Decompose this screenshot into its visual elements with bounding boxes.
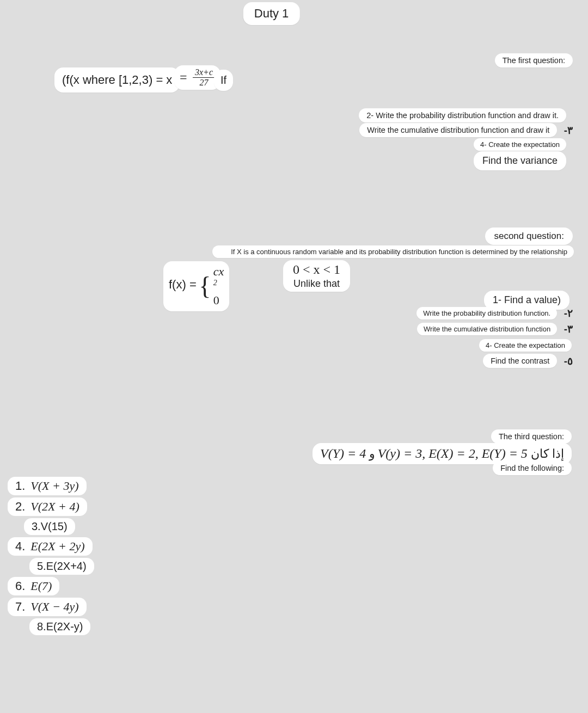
q1-if: If xyxy=(214,70,233,91)
q1-formula-den: 27 xyxy=(193,78,215,88)
q3-item-1: 1.V(X + 3y) xyxy=(8,477,87,495)
q2-item5-text: Find the contrast xyxy=(483,354,557,368)
q1-item3-text: Write the cumulative distribution functi… xyxy=(359,123,557,137)
q1-formula-lhs: (f(x where [1,2,3) = x xyxy=(54,67,180,93)
q1-heading: The first question: xyxy=(495,53,573,67)
q3-item-5: 5.E(2X+4) xyxy=(29,558,94,575)
q3-item-2: 2.V(2X + 4) xyxy=(8,497,87,516)
q2-item5-num: -٥ xyxy=(564,355,573,367)
q2-interval-block: 0 < x < 1 Unlike that xyxy=(283,260,350,292)
q2-fx-lhs: f(x) = xyxy=(169,278,197,291)
q2-otherwise: Unlike that xyxy=(293,278,340,290)
q3-item-6: 6.E(7) xyxy=(8,577,59,595)
q3-item-3: 3.V(15) xyxy=(24,518,75,535)
q1-item2: 2- Write the probability distribution fu… xyxy=(359,108,566,122)
q1-item3-num: -٣ xyxy=(564,125,573,136)
q2-brace-top: cx xyxy=(213,265,224,279)
q3-heading: The third question: xyxy=(491,429,572,444)
q2-fx: f(x) = { cx2 0 xyxy=(163,261,229,311)
q2-heading: second question: xyxy=(485,228,573,245)
q2-brace-top-exp: 2 xyxy=(213,279,217,287)
q2-item2-text: Write the probability distribution funct… xyxy=(416,307,557,319)
q3-find: Find the following: xyxy=(493,461,572,475)
q3-item-7: 7.V(X − 4y) xyxy=(8,598,87,616)
q2-item3-text: Write the cumulative distribution functi… xyxy=(417,323,557,335)
q3-item-4: 4.E(2X + 2y) xyxy=(8,537,93,556)
q1-formula-num: 3x+c xyxy=(193,67,215,78)
q2-interval: 0 < x < 1 xyxy=(293,262,340,277)
q1-item4: 4- Create the expectation xyxy=(474,138,566,151)
q2-intro: If X is a continuous random variable and… xyxy=(212,245,574,258)
q3-list: 1.V(X + 3y) 2.V(2X + 4) 3.V(15) 4.E(2X +… xyxy=(8,476,94,636)
q2-brace-bot: 0 xyxy=(213,293,224,308)
page-title: Duty 1 xyxy=(243,2,300,25)
q2-item2-num: -٢ xyxy=(564,308,573,319)
q2-item4: 4- Create the expectation xyxy=(479,339,572,352)
q3-item-8: 8.E(2X-y) xyxy=(29,618,90,635)
q2-item3-num: -٣ xyxy=(564,323,573,335)
q1-item5: Find the variance xyxy=(474,151,566,170)
